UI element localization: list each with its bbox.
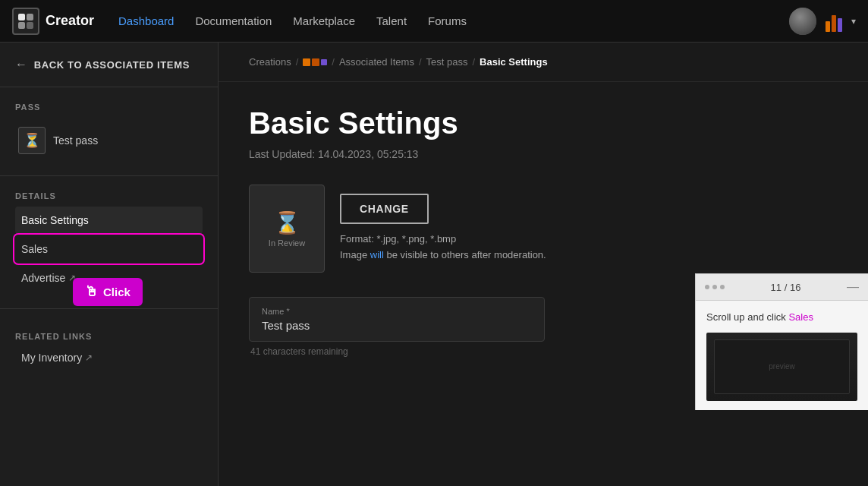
top-navigation: Creator Dashboard Documentation Marketpl… (0, 0, 868, 43)
nav-basic-settings[interactable]: Basic Settings (15, 207, 203, 234)
svg-rect-3 (27, 22, 33, 29)
breadcrumb: Creations / / Associated Items / Test pa… (219, 43, 868, 82)
popup-dot-1 (705, 285, 709, 289)
details-label: DETAILS (15, 191, 203, 200)
main-layout: ← BACK TO ASSOCIATED ITEMS PASS ⏳ Test p… (0, 43, 868, 486)
breadcrumb-sep-2: / (332, 56, 335, 68)
svg-rect-0 (18, 14, 25, 21)
popup-dots (705, 285, 725, 289)
nav-sales[interactable]: Sales (15, 235, 203, 263)
pass-thumbnail: ⏳ (18, 127, 46, 154)
breadcrumb-sep-4: / (472, 56, 475, 68)
related-label: RELATED LINKS (15, 332, 203, 341)
nav-forums[interactable]: Forums (428, 14, 467, 27)
pass-label: PASS (15, 103, 203, 112)
nav-talent[interactable]: Talent (376, 14, 407, 27)
nav-dashboard[interactable]: Dashboard (118, 14, 174, 27)
click-indicator: 🖱 Click (73, 278, 143, 306)
last-updated: Last Updated: 14.04.2023, 05:25:13 (249, 148, 838, 160)
pass-item: ⏳ Test pass (15, 121, 203, 160)
chart-icon (826, 11, 842, 32)
cursor-icon: 🖱 (85, 284, 99, 300)
logo-icon (12, 8, 39, 35)
popup-dot-2 (712, 285, 717, 289)
breadcrumb-associated-items[interactable]: Associated Items (339, 56, 414, 68)
nav-marketplace[interactable]: Marketplace (293, 14, 355, 27)
popup-header: 11 / 16 — (696, 274, 868, 301)
dropdown-arrow-icon[interactable]: ▾ (851, 16, 856, 27)
my-inventory-link[interactable]: My Inventory ↗ (15, 347, 203, 368)
image-controls: CHANGE Format: *.jpg, *.png, *.bmp Image… (325, 185, 561, 270)
image-section: ⌛ In Review CHANGE Format: *.jpg, *.png,… (249, 185, 838, 273)
logo-text: Creator (46, 13, 94, 29)
popup-minimize-icon[interactable]: — (847, 280, 859, 294)
popup-body: Scroll up and click Sales preview (696, 301, 868, 410)
sidebar: ← BACK TO ASSOCIATED ITEMS PASS ⏳ Test p… (0, 43, 219, 486)
click-label: Click (103, 286, 131, 298)
svg-rect-1 (27, 14, 33, 21)
breadcrumb-sep-3: / (419, 56, 422, 68)
change-image-button[interactable]: CHANGE (340, 194, 429, 224)
related-section: RELATED LINKS My Inventory ↗ (0, 317, 218, 376)
image-upload-box: ⌛ In Review (249, 185, 325, 273)
hourglass-icon: ⌛ (274, 210, 300, 235)
popup-screenshot: preview (706, 333, 857, 401)
logo[interactable]: Creator (12, 8, 94, 35)
moderation-text: Image will be visible to others after mo… (340, 249, 546, 260)
sidebar-divider (0, 175, 218, 176)
name-label: Name * (262, 307, 532, 316)
back-arrow-icon: ← (15, 58, 28, 71)
last-updated-label: Last Updated: (249, 148, 315, 160)
breadcrumb-current: Basic Settings (480, 56, 548, 68)
page-title: Basic Settings (249, 106, 838, 140)
popup-counter: 11 / 16 (771, 282, 801, 293)
avatar[interactable] (789, 8, 816, 35)
in-review-label: In Review (269, 238, 305, 248)
external-link-icon-2: ↗ (85, 352, 93, 363)
popup-sales-link[interactable]: Sales (788, 311, 813, 323)
name-field-box[interactable]: Name * Test pass (249, 297, 545, 342)
back-label: BACK TO ASSOCIATED ITEMS (34, 59, 190, 71)
breadcrumb-sep-1: / (296, 56, 299, 68)
pass-name: Test pass (53, 134, 98, 147)
format-text: Format: *.jpg, *.png, *.bmp (340, 233, 546, 245)
last-updated-value: 14.04.2023, 05:25:13 (318, 148, 418, 160)
popup-panel: 11 / 16 — Scroll up and click Sales prev… (695, 273, 868, 410)
main-content: Creations / / Associated Items / Test pa… (219, 43, 868, 486)
popup-body-text: Scroll up and click (706, 311, 786, 323)
nav-documentation[interactable]: Documentation (195, 14, 272, 27)
will-text: will (370, 249, 384, 260)
creation-icon (303, 58, 327, 66)
nav-right: ▾ (789, 8, 856, 35)
name-value[interactable]: Test pass (262, 319, 532, 332)
svg-rect-2 (18, 22, 25, 29)
nav-links: Dashboard Documentation Marketplace Tale… (118, 14, 789, 27)
breadcrumb-test-pass[interactable]: Test pass (426, 56, 468, 68)
back-to-associated-items[interactable]: ← BACK TO ASSOCIATED ITEMS (0, 43, 218, 87)
sidebar-divider-2 (0, 308, 218, 309)
breadcrumb-creations[interactable]: Creations (249, 56, 291, 68)
pass-section: PASS ⏳ Test pass (0, 87, 218, 168)
popup-screenshot-inner: preview (706, 333, 857, 401)
popup-dot-3 (720, 285, 725, 289)
